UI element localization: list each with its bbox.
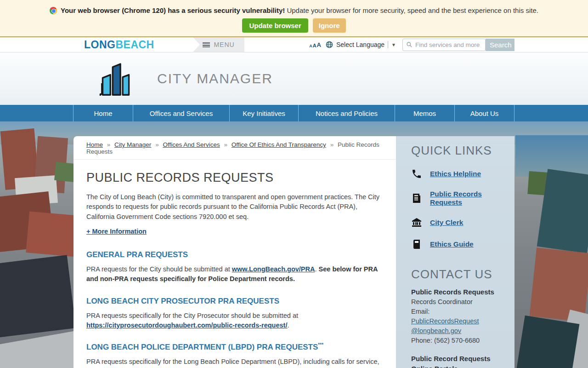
globe-icon — [326, 41, 333, 48]
header-spacer — [514, 37, 588, 52]
department-title: CITY MANAGER — [157, 71, 273, 86]
sidebar: QUICK LINKS Ethics Helpline Public Recor… — [396, 136, 514, 368]
bank-icon — [411, 217, 422, 228]
quick-link-label[interactable]: Ethics Helpline — [430, 170, 481, 178]
section-heading-general-pra: GENERAL PRA REQUESTS — [86, 250, 384, 259]
breadcrumb-city-manager[interactable]: City Manager — [114, 141, 151, 148]
quick-link-ethics-helpline[interactable]: Ethics Helpline — [411, 168, 506, 179]
book-icon — [411, 239, 422, 250]
contact-email-link-part2[interactable]: @longbeach.gov — [411, 326, 461, 336]
prosecutor-link[interactable]: https://cityprosecutordoughaubert.com/pu… — [86, 322, 287, 329]
contact-us-section: CONTACT US Public Records Requests Recor… — [411, 267, 506, 368]
menu-button[interactable]: MENU — [193, 37, 244, 52]
breadcrumb-home[interactable]: Home — [86, 141, 103, 148]
search-button[interactable]: Search — [486, 39, 516, 51]
content-row: Home » City Manager » Offices And Servic… — [74, 136, 514, 368]
city-buildings-logo — [96, 60, 135, 97]
intro-paragraph: The City of Long Beach (City) is committ… — [86, 192, 384, 222]
language-label: Select Language — [336, 41, 384, 48]
nav-item-key-initiatives[interactable]: Key Initiatives — [230, 105, 299, 121]
phone-icon — [411, 168, 422, 179]
browser-warning-banner: Your web browser (Chrome 120) has a seri… — [0, 0, 588, 37]
site-search: Search — [402, 37, 514, 52]
chrome-icon — [50, 7, 57, 14]
main-navigation: Home Offices and Services Key Initiative… — [0, 105, 588, 121]
chevron-down-icon[interactable]: ▼ — [391, 42, 396, 47]
nav-item-memos[interactable]: Memos — [395, 105, 455, 121]
general-pra-paragraph: PRA requests for the City should be subm… — [86, 264, 384, 284]
nav-spacer — [0, 105, 74, 121]
nav-item-about-us[interactable]: About Us — [455, 105, 514, 121]
pra-link[interactable]: www.LongBeach.gov/PRA — [232, 265, 315, 273]
ignore-button[interactable]: Ignore — [313, 18, 346, 33]
language-section: AAA Select Language ▼ — [244, 37, 402, 52]
search-box[interactable] — [402, 39, 486, 51]
longbeach-logo[interactable]: LONGBEACH — [84, 39, 154, 51]
quick-link-label[interactable]: City Clerk — [430, 218, 463, 227]
more-information-link[interactable]: + More Information — [86, 228, 147, 235]
contact-email-link-part1[interactable]: PublicRecordsRequest — [411, 316, 479, 326]
bg-building — [0, 331, 83, 368]
city-prosecutor-paragraph: PRA requests specifically for the City P… — [86, 311, 384, 331]
search-icon — [406, 41, 413, 48]
quick-link-city-clerk[interactable]: City Clerk — [411, 217, 506, 228]
breadcrumb-office-of-ethics[interactable]: Office Of Ethics And Transparency — [232, 141, 326, 148]
quick-link-label[interactable]: Public Records Requests — [430, 190, 506, 207]
quick-link-label[interactable]: Ethics Guide — [430, 240, 474, 248]
lbpd-paragraph: PRA requests specifically for the Long B… — [86, 357, 384, 368]
bg-building — [512, 316, 580, 368]
quick-links-heading: QUICK LINKS — [411, 144, 506, 158]
logo-arrow-divider — [193, 37, 200, 52]
nav-item-offices-and-services[interactable]: Offices and Services — [133, 105, 230, 121]
nav-item-home[interactable]: Home — [74, 105, 133, 121]
content-card: Home » City Manager » Offices And Servic… — [74, 136, 396, 368]
contact-phone: Phone: (562) 570-6680 — [411, 336, 506, 345]
nav-item-notices-and-policies[interactable]: Notices and Policies — [299, 105, 395, 121]
bg-building — [26, 211, 79, 257]
logo-section: LONGBEACH — [0, 37, 193, 52]
section-heading-lbpd: LONG BEACH POLICE DEPARTMENT (LBPD) PRA … — [86, 342, 384, 352]
bg-building — [529, 247, 588, 322]
hamburger-icon — [203, 42, 210, 47]
contact-role: Records Coordinator — [411, 297, 506, 307]
contact-group-title: Public Records Requests — [411, 287, 506, 297]
department-header: CITY MANAGER — [0, 52, 588, 105]
menu-label: MENU — [214, 41, 234, 48]
document-icon — [411, 193, 422, 204]
update-browser-button[interactable]: Update browser — [242, 18, 308, 33]
font-size-controls[interactable]: AAA — [309, 41, 321, 48]
banner-warning-text: Your web browser (Chrome 120) has a seri… — [61, 6, 538, 14]
quick-link-ethics-guide[interactable]: Ethics Guide — [411, 239, 506, 250]
breadcrumb: Home » City Manager » Offices And Servic… — [74, 136, 396, 160]
language-divider — [388, 41, 388, 48]
page-title: PUBLIC RECORDS REQUESTS — [86, 171, 384, 185]
language-selector[interactable]: Select Language ▼ — [326, 41, 396, 48]
quick-link-public-records-requests[interactable]: Public Records Requests — [411, 190, 506, 207]
bg-building — [0, 255, 76, 338]
contact-email-label: Email: — [411, 307, 506, 316]
breadcrumb-offices-and-services[interactable]: Offices And Services — [163, 141, 220, 148]
main-area: Home » City Manager » Offices And Servic… — [0, 121, 588, 368]
top-header-bar: LONGBEACH MENU AAA Select Language ▼ — [0, 37, 588, 52]
section-heading-city-prosecutor: LONG BEACH CITY PROSECUTOR PRA REQUESTS — [86, 296, 384, 306]
search-input[interactable] — [413, 41, 485, 48]
page-content: PUBLIC RECORDS REQUESTS The City of Long… — [74, 160, 396, 368]
portals-group-title: Public Record Requests Online Portals — [411, 354, 506, 368]
spacer — [411, 345, 506, 354]
contact-us-heading: CONTACT US — [411, 267, 506, 282]
